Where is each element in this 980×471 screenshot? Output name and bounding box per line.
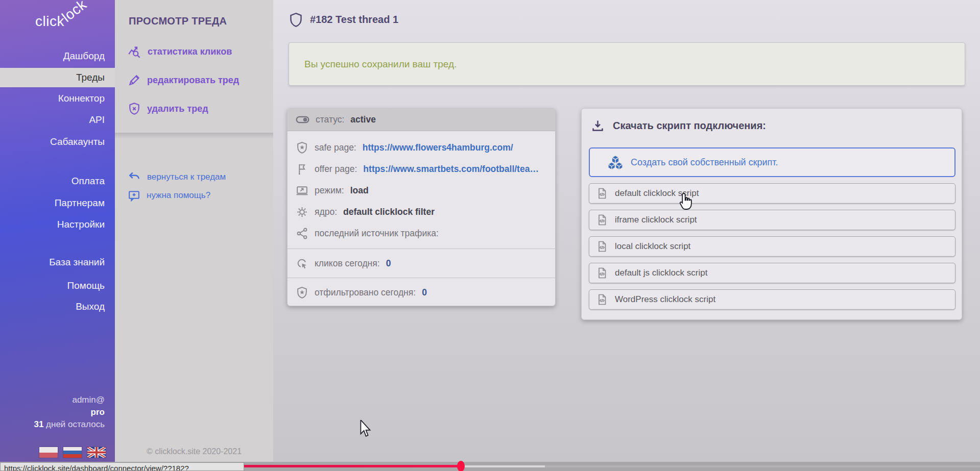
success-alert-text: Вы успешно сохранили ваш тред. (304, 59, 457, 70)
russia-flag-icon[interactable] (63, 447, 82, 458)
script-button-label: default js clicklock script (615, 268, 707, 278)
status-label: статус: (316, 114, 344, 125)
create-own-script-label: Создать свой собственный скрипт. (631, 157, 778, 168)
success-alert: Вы успешно сохранили ваш тред. (289, 42, 965, 86)
stat-label: кликов сегодня: (315, 258, 380, 269)
page-title: #182 Test thread 1 (310, 14, 398, 26)
menu-shadow-divider (115, 133, 273, 139)
menu-item-click-stats[interactable]: статистика кликов (128, 44, 232, 59)
thread-status-card: статус: active safe page: https://www.fl… (287, 108, 556, 306)
script-button-label: WordPress clicklock script (615, 294, 715, 305)
main-content: #182 Test thread 1 Вы успешно сохранили … (273, 0, 980, 462)
pencil-icon (128, 73, 141, 87)
file-code-icon (596, 293, 608, 306)
script-button-label: local clicklock script (615, 241, 690, 252)
core-row: ядро: default clicklock filter (288, 201, 555, 222)
undo-arrow-icon (128, 170, 141, 184)
file-code-icon (596, 187, 608, 200)
script-button-label: iframe clicklock script (615, 215, 697, 225)
logo-text-click: click (35, 13, 64, 30)
sidebar-item-knowledge-base[interactable]: База знаний (0, 253, 115, 271)
sidebar-item-api[interactable]: API (0, 111, 115, 129)
menu-item-delete-thread[interactable]: удалить тред (128, 101, 208, 116)
shield-star-icon (296, 141, 308, 154)
download-script-panel: Скачать скрипт подключения: Создать свой… (581, 108, 962, 320)
gear-icon (296, 206, 308, 218)
file-code-icon (596, 267, 608, 279)
status-url-text: https://clicklock.site/dashboard/connect… (4, 464, 189, 471)
sidebar-item-settings[interactable]: Настройки (0, 215, 115, 234)
comment-plus-icon (128, 189, 140, 202)
offer-page-link[interactable]: https://www.smartbets.com/football/tea… (363, 164, 539, 175)
share-icon (296, 227, 308, 240)
uk-flag-icon[interactable] (87, 447, 106, 458)
days-left: 31 дней осталось (0, 418, 115, 431)
language-switcher (39, 447, 106, 458)
create-own-script-button[interactable]: Создать свой собственный скрипт. (589, 147, 955, 177)
cubes-icon (607, 154, 624, 170)
days-left-number: 31 (34, 419, 43, 429)
sidebar-item-connector[interactable]: Коннектор (0, 89, 115, 108)
shield-icon (289, 12, 303, 27)
default-js-script-button[interactable]: default js clicklock script (589, 263, 955, 283)
filtered-today-row: отфильтровано сегодня: 0 (288, 278, 555, 306)
core-value: default clicklock filter (343, 207, 435, 217)
shield-star-icon (296, 286, 308, 299)
sidebar-item-threads[interactable]: Треды (0, 68, 115, 87)
toggle-on-icon (296, 113, 309, 127)
row-label: offer page: (315, 164, 357, 175)
row-label: режим: (315, 185, 344, 196)
status-card-body: safe page: https://www.flowers4hamburg.c… (288, 131, 555, 249)
mode-row: режим: load (288, 180, 555, 201)
copyright: © clicklock.site 2020-2021 (115, 447, 273, 456)
link-back-to-threads[interactable]: вернуться к тредам (128, 169, 226, 185)
menu-item-label: статистика кликов (148, 46, 232, 57)
file-code-icon (596, 240, 608, 253)
safe-page-link[interactable]: https://www.flowers4hamburg.com/ (363, 142, 513, 153)
chart-magnifier-icon (128, 45, 141, 59)
page-header: #182 Test thread 1 (289, 12, 398, 27)
menu-item-label: удалить тред (147, 104, 208, 114)
link-need-help[interactable]: нужна помощь? (128, 188, 210, 203)
progress-scrubber-dot[interactable] (457, 461, 465, 471)
status-header-row: статус: active (288, 109, 555, 131)
sidebar: click lock Дашборд Треды Коннектор API С… (0, 0, 115, 462)
clicks-today-row: кликов сегодня: 0 (288, 249, 555, 278)
poland-flag-icon[interactable] (39, 447, 58, 458)
menu-item-edit-thread[interactable]: редактировать тред (128, 72, 239, 88)
menu-item-label: редактировать тред (147, 75, 239, 86)
mode-value: load (350, 185, 369, 196)
shield-x-icon (128, 102, 141, 115)
days-left-text: дней осталось (43, 419, 105, 429)
download-icon (591, 119, 605, 133)
progress-bar-buffered[interactable] (465, 465, 545, 467)
progress-bar-remaining[interactable] (545, 465, 980, 467)
sidebar-item-subaccounts[interactable]: Сабакаунты (0, 133, 115, 151)
offer-page-row: offer page: https://www.smartbets.com/fo… (288, 158, 555, 180)
download-panel-header: Скачать скрипт подключения: (591, 119, 766, 133)
local-script-button[interactable]: local clicklock script (589, 236, 955, 257)
screen-share-icon (296, 184, 308, 197)
sidebar-item-partners[interactable]: Партнерам (0, 194, 115, 212)
sidebar-item-dashboard[interactable]: Дашборд (0, 47, 115, 65)
iframe-script-button[interactable]: iframe clicklock script (589, 210, 955, 230)
flag-icon (296, 163, 308, 176)
status-value: active (350, 114, 376, 125)
default-script-button[interactable]: default clicklock script (589, 183, 955, 204)
video-player-strip: https://clicklock.site/dashboard/connect… (0, 462, 980, 471)
row-label: ядро: (315, 207, 337, 217)
sidebar-item-help[interactable]: Помощь (0, 277, 115, 295)
status-url-tooltip: https://clicklock.site/dashboard/connect… (0, 462, 244, 471)
wordpress-script-button[interactable]: WordPress clicklock script (589, 289, 955, 310)
clicklock-logo[interactable]: click lock (31, 3, 108, 36)
stat-label: отфильтровано сегодня: (315, 287, 416, 298)
link-label: нужна помощь? (147, 190, 210, 201)
row-label: последний источник трафика: (315, 228, 439, 239)
user-plan: pro (0, 406, 115, 418)
file-code-icon (596, 214, 608, 226)
app-page: click lock Дашборд Треды Коннектор API С… (0, 0, 980, 471)
sidebar-item-logout[interactable]: Выход (0, 298, 115, 316)
script-button-label: default clicklock script (615, 188, 699, 199)
sidebar-item-payment[interactable]: Оплата (0, 172, 115, 190)
link-label: вернуться к тредам (147, 172, 226, 182)
